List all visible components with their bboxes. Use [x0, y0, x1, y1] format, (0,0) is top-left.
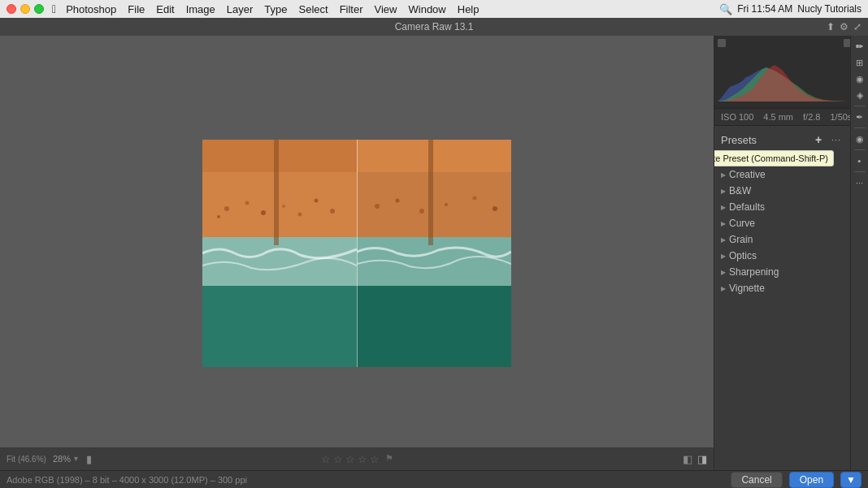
- main-area: Fit (46.6%) 28% ▼ ▮ ☆ ☆ ☆ ☆ ☆ ⚑ ◧ ◨: [0, 36, 868, 470]
- flag-icon[interactable]: ⚑: [385, 453, 393, 465]
- svg-point-4: [224, 206, 229, 211]
- menu-photoshop[interactable]: Photoshop: [61, 2, 121, 17]
- category-optics-label: Optics: [729, 250, 844, 261]
- svg-point-10: [217, 215, 220, 218]
- star-5[interactable]: ☆: [370, 453, 380, 465]
- maximize-button[interactable]: [34, 4, 44, 14]
- image-container: [202, 140, 511, 367]
- canvas-controls: Fit (46.6%) 28% ▼ ▮ ☆ ☆ ☆ ☆ ☆ ⚑ ◧ ◨: [0, 447, 714, 470]
- preset-category-defaults[interactable]: ▶ Defaults: [714, 199, 850, 215]
- aperture-value: f/2.8: [803, 112, 820, 122]
- menu-select[interactable]: Select: [294, 2, 333, 17]
- edit-icon[interactable]: ✏: [853, 39, 867, 54]
- star-2[interactable]: ☆: [333, 453, 343, 465]
- view-controls: ◧ ◨: [683, 453, 707, 465]
- chevron-right-icon: ▶: [721, 269, 726, 276]
- image-info: Adobe RGB (1998) – 8 bit – 4000 x 3000 (…: [7, 475, 247, 485]
- zoom-control[interactable]: 28% ▼: [53, 454, 80, 464]
- preset-category-optics[interactable]: ▶ Optics: [714, 248, 850, 264]
- preset-category-creative[interactable]: ▶ Creative: [714, 166, 850, 183]
- svg-rect-23: [428, 140, 433, 245]
- chevron-right-icon: ▶: [721, 204, 726, 211]
- mask-icon[interactable]: ◈: [853, 88, 867, 102]
- chevron-right-icon: ▶: [721, 220, 726, 227]
- filmstrip-icon[interactable]: ▮: [86, 453, 92, 465]
- single-view-icon[interactable]: ◧: [683, 453, 692, 465]
- focal-value: 4.5 mm: [763, 112, 793, 122]
- open-dropdown-button[interactable]: ▼: [840, 472, 861, 488]
- drone-image: [202, 140, 511, 367]
- search-icon[interactable]: 🔍: [719, 3, 732, 15]
- canvas-area[interactable]: Fit (46.6%) 28% ▼ ▮ ☆ ☆ ☆ ☆ ☆ ⚑ ◧ ◨: [0, 36, 714, 470]
- menu-view[interactable]: View: [370, 2, 402, 17]
- preset-category-vignette[interactable]: ▶ Vignette: [714, 280, 850, 296]
- category-vignette-label: Vignette: [729, 283, 844, 294]
- apple-icon[interactable]: : [52, 2, 56, 15]
- star-1[interactable]: ☆: [321, 453, 331, 465]
- healing-icon[interactable]: ◉: [853, 71, 867, 86]
- menu-time: Fri 11:54 AM: [737, 3, 792, 15]
- layer-icon[interactable]: ▪: [853, 153, 867, 168]
- shadow-warning[interactable]: [718, 39, 726, 47]
- chevron-right-icon: ▶: [721, 253, 726, 260]
- presets-title: Presets: [721, 134, 757, 146]
- cancel-button[interactable]: Cancel: [731, 472, 782, 488]
- preset-category-bw[interactable]: ▶ B&W: [714, 183, 850, 199]
- star-4[interactable]: ☆: [358, 453, 367, 465]
- category-sharpening-label: Sharpening: [729, 266, 844, 278]
- menu-type[interactable]: Type: [259, 2, 292, 17]
- eye-icon[interactable]: ◉: [853, 132, 867, 146]
- fit-label: Fit (46.6%): [7, 455, 46, 464]
- menu-layer[interactable]: Layer: [222, 2, 258, 17]
- zoom-arrow[interactable]: ▼: [72, 455, 80, 463]
- menu-help[interactable]: Help: [453, 2, 484, 17]
- preset-category-color[interactable]: ▶ Color: [714, 150, 850, 166]
- chevron-right-icon: ▶: [721, 171, 726, 179]
- menu-bar:  Photoshop File Edit Image Layer Type S…: [0, 0, 868, 18]
- category-grain-label: Grain: [729, 234, 844, 245]
- menu-window[interactable]: Window: [404, 2, 451, 17]
- histogram-chart: [718, 53, 848, 101]
- presets-more-button[interactable]: ···: [829, 132, 844, 147]
- more-icon[interactable]: ···: [853, 175, 867, 190]
- right-panel-toolbar: ✏ ⊞ ◉ ◈ ✒ ◉ ▪ ···: [850, 36, 868, 470]
- svg-point-17: [375, 204, 380, 209]
- menu-filter[interactable]: Filter: [335, 2, 368, 17]
- category-defaults-label: Defaults: [729, 201, 844, 213]
- menu-image[interactable]: Image: [181, 2, 220, 17]
- close-button[interactable]: [7, 4, 16, 14]
- category-curve-label: Curve: [729, 218, 844, 229]
- zoom-value: 28%: [53, 454, 71, 464]
- svg-point-6: [261, 210, 266, 215]
- star-3[interactable]: ☆: [345, 453, 355, 465]
- svg-point-19: [419, 209, 424, 214]
- create-preset-button[interactable]: + Create Preset (Command-Shift-P): [811, 132, 826, 147]
- share-btn[interactable]: ⬆: [827, 21, 835, 32]
- chevron-right-icon: ▶: [721, 188, 726, 195]
- svg-point-9: [330, 209, 335, 214]
- category-bw-label: B&W: [729, 185, 844, 196]
- eyedropper-icon[interactable]: ✒: [853, 110, 867, 124]
- preset-category-curve[interactable]: ▶ Curve: [714, 215, 850, 231]
- chevron-right-icon: ▶: [721, 285, 726, 292]
- settings-btn[interactable]: ⚙: [840, 21, 848, 32]
- minimize-button[interactable]: [20, 4, 30, 14]
- expand-btn[interactable]: ⤢: [853, 21, 861, 32]
- svg-rect-1: [202, 172, 357, 237]
- preset-category-grain[interactable]: ▶ Grain: [714, 231, 850, 248]
- svg-point-22: [493, 206, 497, 211]
- iso-value: ISO 100: [721, 112, 753, 122]
- camera-info: ISO 100 4.5 mm f/2.8 1/50s: [714, 109, 868, 126]
- crop-icon[interactable]: ⊞: [853, 55, 867, 70]
- presets-panel: Presets + Create Preset (Command-Shift-P…: [714, 126, 850, 470]
- open-button[interactable]: Open: [789, 472, 834, 488]
- category-creative-label: Creative: [729, 169, 844, 180]
- split-view-icon[interactable]: ◨: [697, 453, 707, 465]
- menu-right-area: 🔍 Fri 11:54 AM Nucly Tutorials: [719, 3, 861, 15]
- bottom-bar: Adobe RGB (1998) – 8 bit – 4000 x 3000 (…: [0, 470, 868, 488]
- menu-file[interactable]: File: [123, 2, 150, 17]
- svg-rect-3: [202, 286, 357, 367]
- menu-edit[interactable]: Edit: [151, 2, 179, 17]
- preset-category-sharpening[interactable]: ▶ Sharpening: [714, 264, 850, 280]
- svg-point-8: [315, 198, 319, 202]
